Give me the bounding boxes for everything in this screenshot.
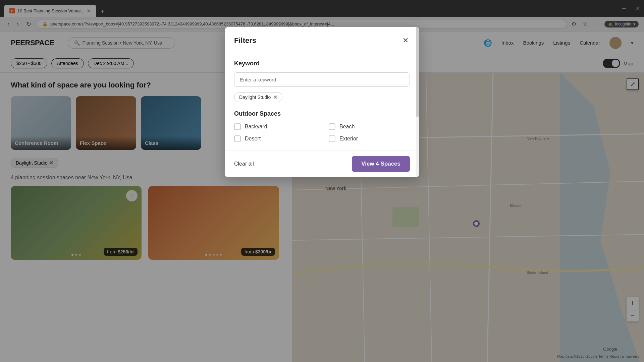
modal-body: Keyword Daylight Studio ✕ Outdoor Spaces… [225, 52, 419, 150]
active-tag-remove-button[interactable]: ✕ [273, 95, 277, 100]
active-tag-label: Daylight Studio [239, 95, 271, 100]
checkbox-row-exterior: Exterior [329, 135, 410, 142]
keyword-input[interactable] [234, 72, 410, 87]
checkbox-row-desert: Desert [234, 135, 315, 142]
checkbox-label-desert: Desert [245, 136, 261, 142]
checkbox-desert[interactable] [234, 135, 241, 142]
checkbox-label-exterior: Exterior [339, 136, 358, 142]
daylight-studio-active-tag[interactable]: Daylight Studio ✕ [234, 92, 282, 102]
outdoor-section-title: Outdoor Spaces [234, 110, 410, 117]
checkbox-exterior[interactable] [329, 135, 335, 142]
checkbox-grid: Backyard Beach Desert Exterior [234, 123, 410, 142]
clear-all-button[interactable]: Clear all [234, 161, 254, 167]
checkbox-beach[interactable] [329, 123, 335, 130]
filters-modal: Filters ✕ Keyword Daylight Studio ✕ Outd… [225, 27, 419, 177]
modal-footer: Clear all View 4 Spaces [225, 150, 419, 177]
checkbox-row-backyard: Backyard [234, 123, 315, 130]
checkbox-label-backyard: Backyard [245, 124, 267, 130]
scrollbar-track[interactable] [416, 27, 419, 177]
view-spaces-button[interactable]: View 4 Spaces [352, 156, 410, 172]
checkbox-label-beach: Beach [339, 124, 355, 130]
modal-close-button[interactable]: ✕ [401, 35, 410, 46]
checkbox-backyard[interactable] [234, 123, 241, 130]
modal-title: Filters [234, 36, 256, 45]
modal-overlay: Filters ✕ Keyword Daylight Studio ✕ Outd… [0, 0, 644, 362]
keyword-section-title: Keyword [234, 60, 410, 67]
scrollbar-thumb[interactable] [416, 27, 419, 117]
modal-header: Filters ✕ [225, 27, 419, 52]
checkbox-row-beach: Beach [329, 123, 410, 130]
